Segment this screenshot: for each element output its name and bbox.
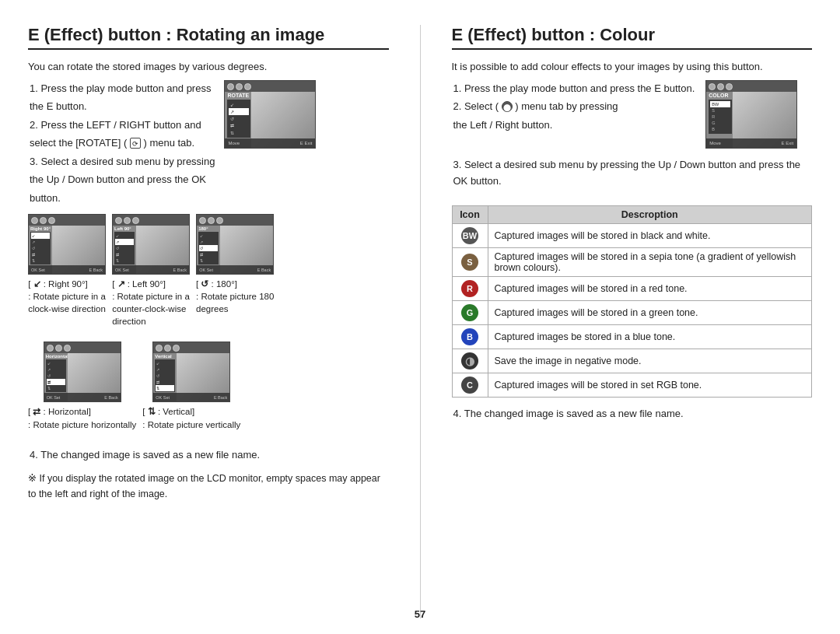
column-divider (420, 25, 421, 618)
screen-horizontal: Horizontal ↙ ↗ ↺ ⇄ ⇅ OK SetE Back [ ⇄ : … (28, 342, 136, 430)
icon-cell-rgb: C (452, 373, 488, 397)
right-title: E (Effect) button : Colour (452, 25, 813, 50)
desc-cell-bw: Captured images will be stored in black … (488, 223, 812, 247)
desc-cell-green: Captured images will be stored in a gree… (488, 300, 812, 324)
colour-table: Icon Descroption BW Captured images will… (452, 205, 813, 398)
left-note: ※ If you display the rotated image on th… (28, 471, 389, 502)
icon-cell-green: G (452, 300, 488, 324)
page-number: 57 (415, 608, 425, 620)
table-row: S Captured images will be stored in a se… (452, 247, 812, 276)
left-column: E (Effect) button : Rotating an image Yo… (28, 25, 389, 618)
left-steps: 1. Press the play mode button and press … (28, 80, 215, 208)
screen-180: 180° ↙ ↗ ↺ ⇄ ⇅ OK SetE Back [ ↺ : 180°]:… (196, 214, 274, 328)
right-step4: 4. The changed image is saved as a new f… (452, 405, 813, 423)
icon-cell-sepia: S (452, 247, 488, 276)
rotate-screen-main: ROTATE ↙ ↗ ↺ ⇄ ⇅ MoveE Exit (224, 80, 316, 208)
page: E (Effect) button : Rotating an image Yo… (0, 0, 840, 634)
left-intro: You can rotate the stored images by vari… (28, 61, 389, 72)
screen-vertical: Vertical ↙ ↗ ↺ ⇄ ⇅ OK SetE Back [ ⇅ : Ve… (142, 342, 240, 430)
table-header-desc: Descroption (488, 205, 812, 223)
desc-cell-sepia: Captured images will be stored in a sepi… (488, 247, 812, 276)
rgb-icon: C (461, 377, 478, 394)
screen-left90: Left 90° ↙ ↗ ↺ ⇄ ⇅ OK SetE Back [ ↗ : Le… (112, 214, 190, 328)
screen-row-2: Horizontal ↙ ↗ ↺ ⇄ ⇅ OK SetE Back [ ⇄ : … (28, 342, 389, 430)
table-row: R Captured images will be stored in a re… (452, 276, 812, 300)
desc-cell-rgb: Captured images will be stored in set RG… (488, 373, 812, 397)
right-step3: 3. Select a desired sub menu by pressing… (452, 156, 813, 191)
screen-right90: Right 90° ↙ ↗ ↺ ⇄ ⇅ OK SetE Back [ ↙ : R… (28, 214, 106, 328)
red-icon: R (461, 280, 478, 297)
desc-cell-neg: Save the image in negative mode. (488, 349, 812, 373)
sepia-icon: S (461, 254, 478, 271)
desc-cell-blue: Captured images be stored in a blue tone… (488, 324, 812, 349)
icon-cell-blue: B (452, 324, 488, 349)
right-intro: It is possible to add colour effects to … (452, 61, 813, 72)
screen-row-1: Right 90° ↙ ↗ ↺ ⇄ ⇅ OK SetE Back [ ↙ : R… (28, 214, 389, 328)
table-row: B Captured images be stored in a blue to… (452, 324, 812, 349)
right-steps: 1. Press the play mode button and press … (452, 80, 695, 149)
icon-cell-neg: ◑ (452, 349, 488, 373)
bw-icon: BW (461, 227, 478, 244)
green-icon: G (461, 304, 478, 321)
left-title: E (Effect) button : Rotating an image (28, 25, 389, 50)
color-screen-main: COLOR BW S R G B MoveE Exit (705, 80, 797, 149)
blue-icon: B (461, 328, 478, 345)
table-row: C Captured images will be stored in set … (452, 373, 812, 397)
table-row: ◑ Save the image in negative mode. (452, 349, 812, 373)
table-header-icon: Icon (452, 205, 488, 223)
table-row: G Captured images will be stored in a gr… (452, 300, 812, 324)
desc-cell-red: Captured images will be stored in a red … (488, 276, 812, 300)
right-column: E (Effect) button : Colour It is possibl… (452, 25, 813, 618)
neg-icon: ◑ (461, 352, 478, 370)
table-row: BW Captured images will be stored in bla… (452, 223, 812, 247)
icon-cell-red: R (452, 276, 488, 300)
left-step4: 4. The changed image is saved as a new f… (28, 447, 389, 464)
icon-cell-bw: BW (452, 223, 488, 247)
